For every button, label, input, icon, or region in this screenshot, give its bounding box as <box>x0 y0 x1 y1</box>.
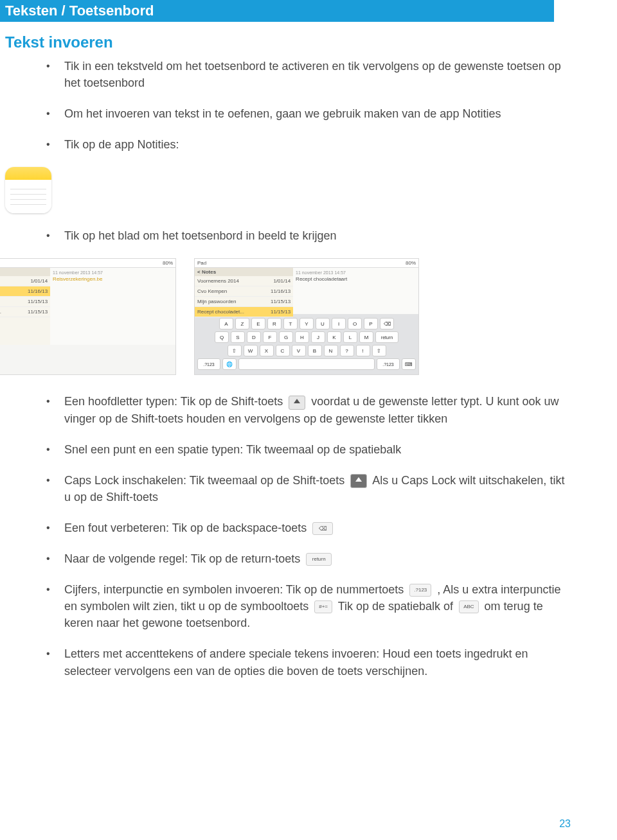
note-row-label: Mijn paswoorden <box>197 299 236 304</box>
list-item: Tik in een tekstveld om het toetsenbord … <box>64 58 571 91</box>
note-row-label: Cvo Kempen <box>197 288 227 294</box>
abc-key-icon: ABC <box>459 600 478 613</box>
return-key-icon: return <box>306 553 332 566</box>
num-key-kb: .?123 <box>197 358 220 370</box>
list-item: Een fout verbeteren: Tik op de backspace… <box>64 520 571 536</box>
instruction-list: Tik in een tekstveld om het toetsenbord … <box>64 58 571 153</box>
list-item: Tik op het blad om het toetsenbord in be… <box>64 227 571 244</box>
spacebar-kb <box>238 358 375 370</box>
key: E <box>251 318 265 329</box>
list-item: Om het invoeren van tekst in te oefenen,… <box>64 105 571 122</box>
subtitle: Tekst invoeren <box>3 33 571 51</box>
key: N <box>324 345 338 356</box>
note-row-date: 11/15/13 <box>28 299 48 304</box>
shift-key-kb: ⇧ <box>372 345 386 356</box>
list-item-text: Tik op de spatiebalk of <box>338 600 456 613</box>
page-number: 23 <box>559 818 571 830</box>
key: ! <box>356 345 370 356</box>
list-item-text: Caps Lock inschakelen: Tik tweemaal op d… <box>64 474 348 487</box>
number-key-icon: .?123 <box>409 584 431 597</box>
symbol-key-icon: #+= <box>314 600 332 613</box>
list-item-text: Cijfers, interpunctie en symbolen invoer… <box>64 583 407 596</box>
note-row-date: 11/15/13 <box>271 299 291 304</box>
note-row-date: 11/16/13 <box>28 288 48 294</box>
screenshot-notes-2: Pad 80% < Notes Voornemens 20141/01/14 C… <box>194 258 419 375</box>
list-item-text: Letters met accenttekens of andere speci… <box>64 647 528 677</box>
key: Y <box>300 318 314 329</box>
note-row-date: 1/01/14 <box>273 278 291 284</box>
shift-key-icon <box>289 396 305 410</box>
key: A <box>219 318 233 329</box>
num-key-kb: .?123 <box>377 358 400 370</box>
globe-key-kb: 🌐 <box>222 358 237 370</box>
key: V <box>292 345 306 356</box>
key: R <box>267 318 282 329</box>
list-item: Tik op de app Notities: <box>64 136 571 153</box>
instruction-list-2: Tik op het blad om het toetsenbord in be… <box>64 227 571 244</box>
key: L <box>343 331 357 343</box>
note-row-label: Voornemens 2014 <box>197 278 239 284</box>
note-row-date: 11/15/13 <box>28 309 48 315</box>
note-title: Recept chocoladetaart <box>296 276 416 282</box>
list-item-text: Tik in een tekstveld om het toetsenbord … <box>64 60 561 89</box>
key: F <box>263 331 277 343</box>
section-header-text: Teksten / Toetsenbord <box>5 3 154 19</box>
section-header: Teksten / Toetsenbord <box>0 0 554 22</box>
list-item-text: Tik op de app Notities: <box>64 138 179 151</box>
key: P <box>364 318 378 329</box>
hide-kb-key: ⌨ <box>402 358 416 370</box>
key: H <box>295 331 309 343</box>
key: ? <box>340 345 354 356</box>
note-row-label: Recept chocoladet... <box>0 309 1 315</box>
instruction-list-3: Een hoofdletter typen: Tik op de Shift-t… <box>64 393 571 679</box>
status-left: Pad <box>197 260 206 266</box>
note-row-date: 11/15/13 <box>271 309 291 315</box>
list-item-text: Tik op het blad om het toetsenbord in be… <box>64 229 337 242</box>
note-row-label: Recept chocoladet... <box>197 309 244 315</box>
onscreen-keyboard: A Z E R T Y U I O P ⌫ Q S D F G <box>195 314 418 374</box>
note-title: Reisverzekeringen.be <box>53 276 173 282</box>
list-item-text: Een hoofdletter typen: Tik op de Shift-t… <box>64 395 286 408</box>
list-item: Een hoofdletter typen: Tik op de Shift-t… <box>64 393 571 426</box>
list-item-text: Een fout verbeteren: Tik op de backspace… <box>64 521 310 534</box>
key: W <box>244 345 258 356</box>
return-key-kb: return <box>375 331 398 343</box>
key: B <box>308 345 322 356</box>
note-date: 11 november 2013 14:57 <box>296 270 416 275</box>
key: C <box>276 345 290 356</box>
key: S <box>231 331 245 343</box>
key: D <box>247 331 261 343</box>
screenshots-row: Pad 80% < Notes Voornemens 20141/01/14 C… <box>0 258 571 375</box>
backspace-key-kb: ⌫ <box>380 318 394 329</box>
key: U <box>316 318 330 329</box>
list-item: Cijfers, interpunctie en symbolen invoer… <box>64 581 571 631</box>
key: X <box>260 345 274 356</box>
key: M <box>359 331 373 343</box>
backspace-key-icon: ⌫ <box>312 522 333 535</box>
nav-back: < Notes <box>195 268 293 276</box>
notes-app-icon <box>5 167 51 213</box>
status-right: 80% <box>163 260 173 266</box>
key: O <box>348 318 362 329</box>
list-item-text: Snel een punt en een spatie typen: Tik t… <box>64 443 401 456</box>
key: T <box>283 318 298 329</box>
note-row-date: 11/16/13 <box>271 288 291 294</box>
key: J <box>311 331 325 343</box>
list-item-text: Naar de volgende regel: Tik op de return… <box>64 552 303 565</box>
list-item: Naar de volgende regel: Tik op de return… <box>64 550 571 567</box>
shift-key-kb: ⇧ <box>228 345 242 356</box>
key: G <box>279 331 293 343</box>
list-item-text: Om het invoeren van tekst in te oefenen,… <box>64 107 501 120</box>
screenshot-notes-1: Pad 80% < Notes Voornemens 20141/01/14 C… <box>0 258 176 375</box>
list-item: Letters met accenttekens of andere speci… <box>64 645 571 679</box>
list-item: Snel een punt en een spatie typen: Tik t… <box>64 441 571 458</box>
key: I <box>332 318 346 329</box>
key: K <box>327 331 341 343</box>
key: Z <box>235 318 249 329</box>
note-date: 11 november 2013 14:57 <box>53 270 173 275</box>
shift-key-on-icon <box>350 474 367 488</box>
status-right: 80% <box>406 260 416 266</box>
list-item: Caps Lock inschakelen: Tik tweemaal op d… <box>64 472 571 505</box>
note-row-date: 1/01/14 <box>30 278 48 284</box>
nav-back: < Notes <box>0 268 50 276</box>
